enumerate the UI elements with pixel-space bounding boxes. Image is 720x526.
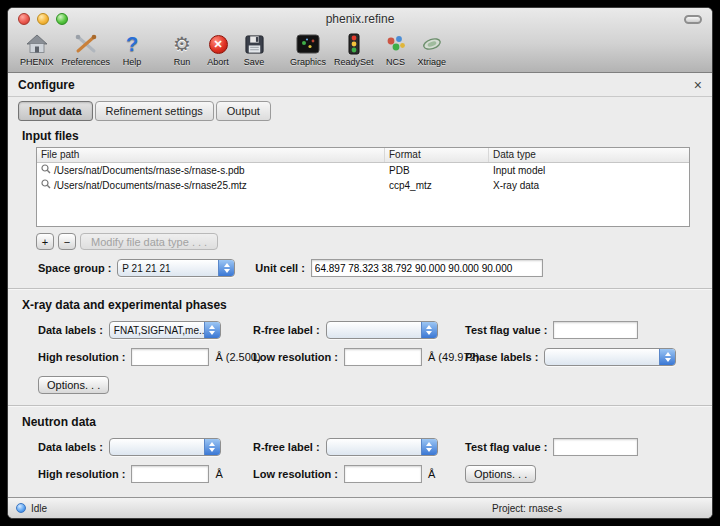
xray-data-labels-label: Data labels : <box>38 324 103 336</box>
tab-input-data[interactable]: Input data <box>18 101 93 121</box>
neutron-low-res-field[interactable] <box>344 465 422 483</box>
toolbar-label: Abort <box>207 57 229 67</box>
file-buttons: + − Modify file data type . . . <box>36 233 712 250</box>
table-row[interactable]: /Users/nat/Documents/rnase-s/rnase-s.pdb… <box>37 163 689 178</box>
file-format: PDB <box>385 163 489 178</box>
lens-icon <box>420 31 444 57</box>
file-table-header: File path Format Data type <box>37 148 689 163</box>
modify-file-type-button[interactable]: Modify file data type . . . <box>80 233 218 250</box>
toolbar-button-help[interactable]: ? Help <box>114 31 150 67</box>
neutron-options-button[interactable]: Options. . . <box>465 465 536 483</box>
neutron-rfree-label: R-free label : <box>253 441 320 453</box>
xray-high-res-field[interactable] <box>131 348 209 366</box>
toolbar: PHENIX Preferences ? Help ⚙ Run ✕ Abort <box>8 30 712 72</box>
tools-icon <box>74 31 98 57</box>
molecules-icon <box>384 31 408 57</box>
stepper-icon <box>218 260 234 276</box>
file-path: /Users/nat/Documents/rnase-s/rnase-s.pdb <box>54 163 245 178</box>
space-group-select[interactable]: P 21 21 21 <box>117 259 235 277</box>
toolbar-button-abort[interactable]: ✕ Abort <box>200 31 236 67</box>
window-chrome: phenix.refine PHENIX Preferences ? Help <box>8 8 712 73</box>
stepper-icon <box>659 349 675 365</box>
toolbar-label: Run <box>174 57 191 67</box>
xray-test-flag-label: Test flag value : <box>465 324 547 336</box>
space-group-row: Space group : P 21 21 21 Unit cell : <box>38 259 712 277</box>
configure-panel: Configure × Input data Refinement settin… <box>8 73 712 497</box>
toolbar-button-ncs[interactable]: NCS <box>378 31 414 67</box>
toolbar-button-readyset[interactable]: ReadySet <box>330 31 378 67</box>
floppy-icon <box>244 31 265 57</box>
section-divider <box>8 288 712 290</box>
xray-low-res-field[interactable] <box>344 348 422 366</box>
neutron-test-flag-label: Test flag value : <box>465 441 547 453</box>
status-bar: Idle Project: rnase-s <box>8 497 712 518</box>
space-group-value: P 21 21 21 <box>118 263 218 274</box>
add-file-button[interactable]: + <box>36 233 54 250</box>
status-text: Idle <box>31 503 47 514</box>
stop-icon: ✕ <box>209 31 228 57</box>
toolbar-button-phenix[interactable]: PHENIX <box>16 31 58 67</box>
neutron-section-title: Neutron data <box>22 415 712 429</box>
table-row[interactable]: /Users/nat/Documents/rnase-s/rnase25.mtz… <box>37 178 689 193</box>
neutron-test-flag-field[interactable] <box>553 438 638 456</box>
minimize-window-button[interactable] <box>37 13 49 25</box>
close-window-button[interactable] <box>18 13 30 25</box>
neutron-high-res-hint: Å <box>215 468 222 480</box>
status-indicator-icon <box>16 503 26 513</box>
xray-rfree-select[interactable] <box>326 321 438 339</box>
phenix-refine-window: phenix.refine PHENIX Preferences ? Help <box>7 7 713 519</box>
xray-test-flag-field[interactable] <box>553 321 638 339</box>
xray-high-res-label: High resolution : <box>38 351 125 363</box>
zoom-window-button[interactable] <box>56 13 68 25</box>
tab-bar: Input data Refinement settings Output <box>8 97 712 121</box>
section-divider <box>8 405 712 407</box>
xray-data-labels-value: FNAT,SIGFNAT,me... <box>110 325 204 336</box>
toolbar-button-graphics[interactable]: Graphics <box>286 31 330 67</box>
toolbar-label: PHENIX <box>20 57 54 67</box>
file-format: ccp4_mtz <box>385 178 489 193</box>
space-group-label: Space group : <box>38 262 111 274</box>
toolbar-label: Preferences <box>62 57 111 67</box>
neutron-high-res-field[interactable] <box>131 465 209 483</box>
question-icon: ? <box>126 31 138 57</box>
file-data-type: X-ray data <box>489 178 689 193</box>
file-table[interactable]: File path Format Data type /Users/nat/Do… <box>36 147 690 227</box>
toolbar-button-run[interactable]: ⚙ Run <box>164 31 200 67</box>
neutron-row-1: Data labels : R-free label : Test flag v… <box>8 438 712 456</box>
project-label: Project: rnase-s <box>492 503 562 514</box>
xray-phase-labels-label: Phase labels : <box>465 351 538 363</box>
neutron-data-labels-select[interactable] <box>109 438 221 456</box>
home-icon <box>25 31 49 57</box>
xray-data-labels-select[interactable]: FNAT,SIGFNAT,me... <box>109 321 221 339</box>
column-format[interactable]: Format <box>385 148 489 162</box>
titlebar[interactable]: phenix.refine <box>8 8 712 30</box>
toolbar-label: ReadySet <box>334 57 374 67</box>
xray-section-title: X-ray data and experimental phases <box>22 298 712 312</box>
toolbar-button-xtriage[interactable]: Xtriage <box>414 31 451 67</box>
configure-title: Configure <box>18 78 75 92</box>
stepper-icon <box>421 322 437 338</box>
traffic-light-icon <box>348 31 360 57</box>
gear-icon: ⚙ <box>173 31 191 57</box>
xray-rfree-label: R-free label : <box>253 324 320 336</box>
toolbar-label: Xtriage <box>418 57 447 67</box>
tab-output[interactable]: Output <box>216 101 271 121</box>
xray-row-1: Data labels : FNAT,SIGFNAT,me... R-free … <box>8 321 712 339</box>
xray-phase-labels-select[interactable] <box>544 348 676 366</box>
toolbar-button-save[interactable]: Save <box>236 31 272 67</box>
xray-options-button[interactable]: Options. . . <box>38 376 109 394</box>
toolbar-button-preferences[interactable]: Preferences <box>58 31 115 67</box>
column-data-type[interactable]: Data type <box>489 148 689 162</box>
configure-header: Configure × <box>8 73 712 97</box>
toolbar-label: NCS <box>386 57 405 67</box>
neutron-low-res-label: Low resolution : <box>253 468 338 480</box>
column-file-path[interactable]: File path <box>37 148 385 162</box>
toolbar-toggle-button[interactable] <box>684 15 702 24</box>
unit-cell-field[interactable] <box>311 259 543 277</box>
neutron-rfree-select[interactable] <box>326 438 438 456</box>
remove-file-button[interactable]: − <box>58 233 76 250</box>
magnifier-icon <box>41 163 51 178</box>
tab-refinement-settings[interactable]: Refinement settings <box>95 101 214 121</box>
toolbar-label: Help <box>123 57 142 67</box>
close-configure-icon[interactable]: × <box>694 78 702 92</box>
